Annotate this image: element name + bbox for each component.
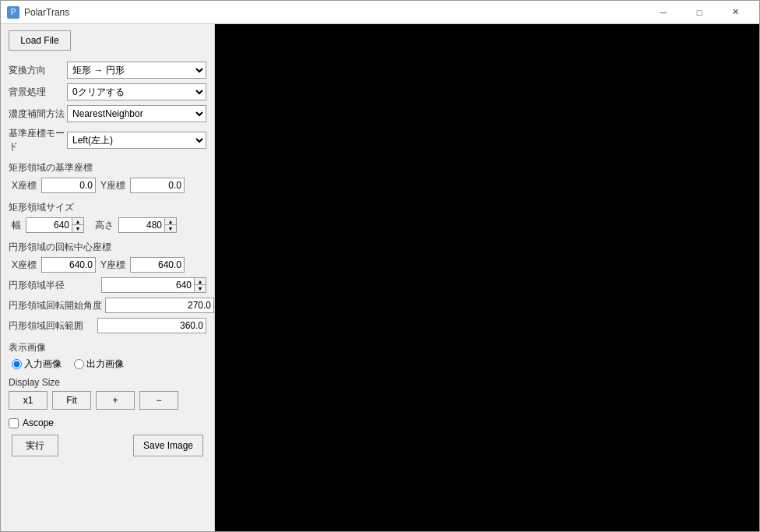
- circle-range-input-wrap: [86, 318, 206, 333]
- zoom-plus-button[interactable]: +: [96, 391, 135, 410]
- interpolation-select[interactable]: NearestNeighbor Bilinear: [67, 105, 206, 122]
- rect-height-spinner: ▲ ▼: [118, 217, 177, 233]
- circle-radius-spinner-wrap: ▲ ▼: [68, 277, 206, 293]
- circle-radius-spinner: ▲ ▼: [101, 277, 206, 293]
- save-image-button[interactable]: Save Image: [133, 435, 203, 456]
- transform-direction-label: 変換方向: [9, 64, 67, 77]
- transform-direction-select[interactable]: 矩形 → 円形 円形 → 矩形: [67, 62, 206, 79]
- content-area: Load File 変換方向 矩形 → 円形 円形 → 矩形 背景処理 0クリア…: [1, 24, 759, 531]
- rect-height-up[interactable]: ▲: [165, 218, 176, 225]
- rect-height-label: 高さ: [95, 219, 114, 232]
- zoom-minus-button[interactable]: −: [139, 391, 178, 410]
- rect-coord-row: X座標 Y座標: [9, 178, 206, 193]
- rect-width-input[interactable]: [26, 217, 72, 233]
- output-image-radio-label[interactable]: 出力画像: [74, 358, 124, 371]
- circle-x-label: X座標: [12, 259, 37, 272]
- circle-start-angle-row: 円形領域回転開始角度: [9, 298, 206, 313]
- rect-x-input[interactable]: [41, 178, 96, 193]
- rect-base-coord-title: 矩形領域の基準座標: [9, 161, 206, 174]
- display-size-buttons: x1 Fit + −: [9, 391, 206, 410]
- circle-start-angle-input[interactable]: [105, 298, 214, 313]
- bg-processing-label: 背景処理: [9, 86, 67, 99]
- title-bar: P PolarTrans ─ □ ✕: [1, 1, 759, 24]
- rect-height-arrows: ▲ ▼: [165, 217, 177, 233]
- circle-radius-input[interactable]: [101, 277, 195, 293]
- rect-width-up[interactable]: ▲: [72, 218, 83, 225]
- circle-radius-row: 円形領域半径 ▲ ▼: [9, 277, 206, 293]
- base-coord-mode-select[interactable]: Left(左上) Center(中央): [67, 132, 206, 149]
- circle-start-angle-input-wrap: [105, 298, 214, 313]
- circle-y-input[interactable]: [130, 257, 185, 273]
- input-image-radio[interactable]: [12, 359, 22, 369]
- base-coord-mode-row: 基準座標モード Left(左上) Center(中央): [9, 127, 206, 153]
- circle-y-label: Y座標: [100, 259, 125, 272]
- exec-button[interactable]: 実行: [12, 435, 58, 456]
- output-image-label: 出力画像: [86, 358, 124, 371]
- canvas-area: [215, 24, 759, 531]
- circle-radius-up[interactable]: ▲: [195, 278, 206, 285]
- circle-coord-row: X座標 Y座標: [9, 257, 206, 273]
- rect-height-input[interactable]: [118, 217, 165, 233]
- window-title: PolarTrans: [24, 7, 69, 18]
- display-size-label: Display Size: [9, 377, 206, 388]
- circle-start-angle-label: 円形領域回転開始角度: [9, 299, 102, 312]
- minimize-button[interactable]: ─: [646, 1, 681, 24]
- interpolation-label: 濃度補間方法: [9, 107, 67, 121]
- rect-height-down[interactable]: ▼: [165, 225, 176, 232]
- circle-radius-arrows: ▲ ▼: [195, 277, 206, 293]
- rect-size-row: 幅 ▲ ▼ 高さ ▲ ▼: [9, 217, 206, 233]
- close-button[interactable]: ✕: [717, 1, 753, 24]
- rect-y-label: Y座標: [100, 179, 125, 192]
- rect-width-label: 幅: [12, 219, 21, 232]
- circle-range-input[interactable]: [97, 318, 206, 333]
- transform-direction-row: 変換方向 矩形 → 円形 円形 → 矩形: [9, 62, 206, 79]
- bottom-buttons: 実行 Save Image: [9, 435, 206, 456]
- circle-range-row: 円形領域回転範囲: [9, 318, 206, 333]
- rect-width-down[interactable]: ▼: [72, 225, 83, 232]
- circle-radius-down[interactable]: ▼: [195, 285, 206, 292]
- interpolation-row: 濃度補間方法 NearestNeighbor Bilinear: [9, 105, 206, 122]
- load-file-button[interactable]: Load File: [9, 30, 71, 51]
- display-image-title: 表示画像: [9, 341, 206, 354]
- rect-y-input[interactable]: [130, 178, 185, 193]
- output-image-radio[interactable]: [74, 359, 84, 369]
- zoom-fit-button[interactable]: Fit: [52, 391, 91, 410]
- ascope-row: Ascope: [9, 417, 206, 428]
- display-image-radio-row: 入力画像 出力画像: [9, 358, 206, 371]
- zoom-x1-button[interactable]: x1: [9, 391, 48, 410]
- bg-processing-row: 背景処理 0クリアする そのまま: [9, 83, 206, 100]
- rect-width-arrows: ▲ ▼: [72, 217, 84, 233]
- circle-radius-label: 円形領域半径: [9, 279, 65, 292]
- title-bar-left: P PolarTrans: [7, 6, 69, 19]
- sidebar: Load File 変換方向 矩形 → 円形 円形 → 矩形 背景処理 0クリア…: [1, 24, 215, 531]
- app-icon: P: [7, 6, 19, 19]
- ascope-checkbox[interactable]: [9, 418, 19, 428]
- rect-size-title: 矩形領域サイズ: [9, 201, 206, 214]
- bg-processing-select[interactable]: 0クリアする そのまま: [67, 83, 206, 100]
- circle-x-input[interactable]: [41, 257, 96, 273]
- rect-width-spinner: ▲ ▼: [26, 217, 84, 233]
- circle-center-title: 円形領域の回転中心座標: [9, 241, 206, 254]
- display-size-section: Display Size x1 Fit + −: [9, 377, 206, 410]
- rect-x-label: X座標: [12, 179, 37, 192]
- circle-range-label: 円形領域回転範囲: [9, 319, 83, 333]
- ascope-label: Ascope: [23, 417, 54, 428]
- base-coord-mode-label: 基準座標モード: [9, 127, 67, 153]
- maximize-button[interactable]: □: [681, 1, 717, 24]
- input-image-label: 入力画像: [24, 358, 62, 371]
- input-image-radio-label[interactable]: 入力画像: [12, 358, 62, 371]
- window-controls: ─ □ ✕: [646, 1, 753, 24]
- main-window: P PolarTrans ─ □ ✕ Load File 変換方向 矩形 → 円…: [0, 0, 760, 532]
